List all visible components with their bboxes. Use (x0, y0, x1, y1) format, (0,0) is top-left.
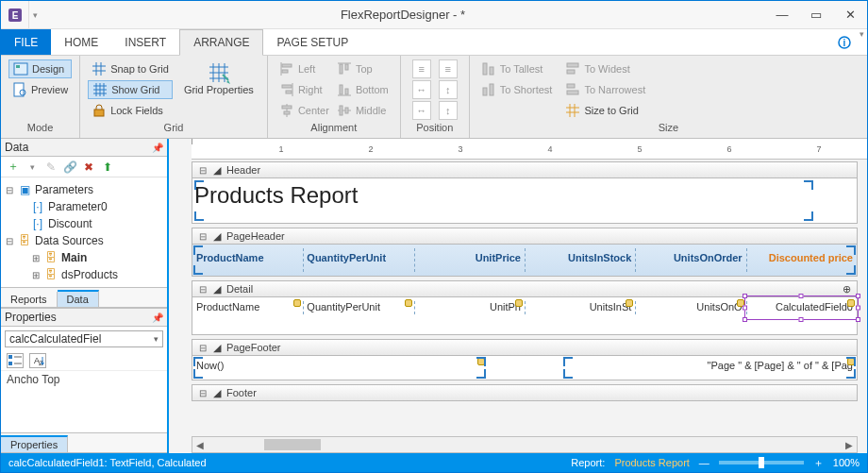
field-quantityperunit[interactable]: QuantityPerUnit (303, 297, 413, 318)
add-dropdown-icon[interactable]: ▾ (25, 160, 39, 174)
collapse-icon[interactable]: ◢ (213, 230, 221, 243)
grid-properties-button[interactable]: Grid Properties (178, 59, 259, 97)
band-footer[interactable]: ⊟◢Footer (192, 384, 858, 401)
properties-toolbar: AZ (1, 351, 167, 370)
report-title-field[interactable]: Products Report (192, 178, 857, 212)
link-icon[interactable]: 🔗 (63, 160, 76, 174)
properties-selector[interactable]: calcCalculatedFiel ▾ (5, 330, 163, 347)
band-header[interactable]: ⊟◢Header Products Report (192, 161, 858, 224)
scroll-left-icon[interactable]: ◀ (192, 440, 208, 450)
field-productname[interactable]: ProductName (192, 297, 303, 318)
field-calculatedfield0[interactable]: CalculatedField0 (746, 297, 857, 318)
anchor-icon[interactable]: ⊕ (843, 283, 851, 296)
snap-to-grid-button[interactable]: Snap to Grid (88, 59, 173, 78)
align-left-button[interactable]: Left (275, 59, 333, 78)
expander-icon[interactable]: ⊞ (31, 253, 41, 263)
collapse-icon[interactable]: ◢ (213, 164, 221, 177)
minimize-button[interactable]: — (765, 1, 799, 29)
tree-node-discount[interactable]: [·] Discount (31, 215, 163, 232)
col-unitsonorder[interactable]: UnitsOnOrder (635, 245, 745, 276)
up-icon[interactable]: ⬆ (101, 160, 114, 174)
collapse-icon[interactable]: ◢ (213, 342, 221, 354)
categorized-icon[interactable] (7, 353, 24, 368)
col-unitsinstock[interactable]: UnitsInStock (525, 245, 635, 276)
to-narrowest-button[interactable]: To Narrowest (561, 80, 649, 99)
col-unitprice[interactable]: UnitPrice (414, 245, 525, 276)
expander-icon[interactable]: ⊞ (31, 270, 41, 280)
field-unitsinstock[interactable]: UnitsInSt (525, 297, 635, 318)
design-button[interactable]: Design (8, 59, 72, 78)
vspace-equal-button[interactable]: ≡ (435, 59, 461, 78)
tab-data[interactable]: Data (58, 290, 99, 307)
vspace-inc-button[interactable]: ↕ (435, 80, 461, 99)
col-quantityperunit[interactable]: QuantityPerUnit (303, 245, 413, 276)
expander-icon[interactable]: ⊟ (5, 236, 14, 246)
band-detail[interactable]: ⊟◢Detail ⊕ ProductName QuantityPerUnit U… (192, 280, 858, 335)
horizontal-scrollbar[interactable]: ◀ ▶ (192, 436, 858, 453)
edit-icon[interactable]: ✎ (44, 160, 58, 174)
align-center-button[interactable]: Center (275, 101, 333, 120)
tab-pagesetup[interactable]: PAGE SETUP (263, 29, 361, 55)
tree-node-parameter0[interactable]: [·] Parameter0 (31, 198, 163, 215)
tree-node-datasources[interactable]: ⊟ 🗄 Data Sources (5, 232, 163, 249)
field-now[interactable]: Now() (192, 356, 487, 380)
delete-icon[interactable]: ✖ (82, 160, 95, 174)
to-widest-button[interactable]: To Widest (561, 59, 649, 78)
band-pagefooter[interactable]: ⊟◢PageFooter Now() "Page " & [Page] & " … (192, 339, 858, 380)
field-unitsonorder[interactable]: UnitsOnO (635, 297, 745, 318)
pushpin-icon[interactable]: 📌 (152, 313, 163, 323)
tab-home[interactable]: HOME (51, 29, 111, 55)
hspace-equal-button[interactable]: ≡ (409, 59, 435, 78)
scroll-right-icon[interactable]: ▶ (842, 440, 857, 450)
tree-node-parameters[interactable]: ⊟ ▣ Parameters (5, 181, 163, 198)
tab-properties[interactable]: Properties (1, 435, 68, 452)
lock-fields-button[interactable]: Lock Fields (88, 101, 173, 120)
to-tallest-button[interactable]: To Tallest (477, 59, 557, 78)
svg-rect-28 (483, 63, 487, 75)
expander-icon[interactable]: ⊟ (198, 343, 208, 353)
alphabetical-icon[interactable]: AZ (29, 353, 46, 368)
collapse-icon[interactable]: ◢ (213, 283, 221, 296)
scroll-thumb[interactable] (264, 439, 321, 450)
expander-icon[interactable]: ⊟ (5, 185, 14, 195)
field-pagenum[interactable]: "Page " & [Page] & " of " & [Pag (562, 356, 857, 380)
expander-icon[interactable]: ⊟ (198, 388, 208, 398)
collapse-icon[interactable]: ◢ (213, 387, 221, 399)
tab-file[interactable]: FILE (1, 29, 51, 55)
preview-button[interactable]: Preview (8, 80, 72, 99)
field-unitprice[interactable]: UnitPri (414, 297, 525, 318)
to-shortest-button[interactable]: To Shortest (477, 80, 557, 99)
zoom-slider[interactable] (719, 461, 804, 465)
add-icon[interactable]: ＋ (7, 160, 20, 174)
size-to-grid-button[interactable]: Size to Grid (561, 101, 649, 120)
tab-reports[interactable]: Reports (1, 292, 58, 307)
property-row-anchor[interactable]: Ancho Top (1, 370, 167, 388)
hspace-inc-button[interactable]: ↔ (409, 80, 435, 99)
align-bottom-button[interactable]: Bottom (333, 80, 392, 99)
col-discountedprice[interactable]: Discounted price (746, 245, 857, 276)
col-productname[interactable]: ProductName (192, 245, 303, 276)
qat-dropdown[interactable]: ▾ (29, 10, 41, 20)
selection-box[interactable] (744, 296, 859, 320)
tree-node-dsproducts[interactable]: ⊞ 🗄 dsProducts (31, 266, 163, 283)
band-pageheader[interactable]: ⊟◢PageHeader ProductName QuantityPerUnit… (192, 228, 858, 277)
tab-arrange[interactable]: ARRANGE (179, 29, 263, 56)
zoom-out-button[interactable]: — (699, 457, 709, 468)
hspace-dec-button[interactable]: ↔ (409, 101, 435, 120)
ribbon-collapse-icon[interactable]: ▾ (856, 29, 867, 55)
tab-insert[interactable]: INSERT (111, 29, 179, 55)
vspace-dec-button[interactable]: ↕ (435, 101, 461, 120)
expander-icon[interactable]: ⊟ (198, 284, 208, 295)
expander-icon[interactable]: ⊟ (198, 231, 208, 242)
zoom-in-button[interactable]: ＋ (813, 456, 824, 470)
tree-node-main[interactable]: ⊞ 🗄 Main (31, 249, 163, 266)
show-grid-button[interactable]: Show Grid (88, 80, 173, 99)
align-middle-button[interactable]: Middle (333, 101, 392, 120)
align-right-button[interactable]: Right (275, 80, 333, 99)
maximize-button[interactable]: ▭ (799, 1, 833, 29)
close-button[interactable]: ✕ (833, 1, 867, 29)
align-top-button[interactable]: Top (333, 59, 392, 78)
help-icon[interactable]: i (833, 29, 856, 55)
pushpin-icon[interactable]: 📌 (152, 143, 163, 153)
expander-icon[interactable]: ⊟ (198, 165, 208, 176)
